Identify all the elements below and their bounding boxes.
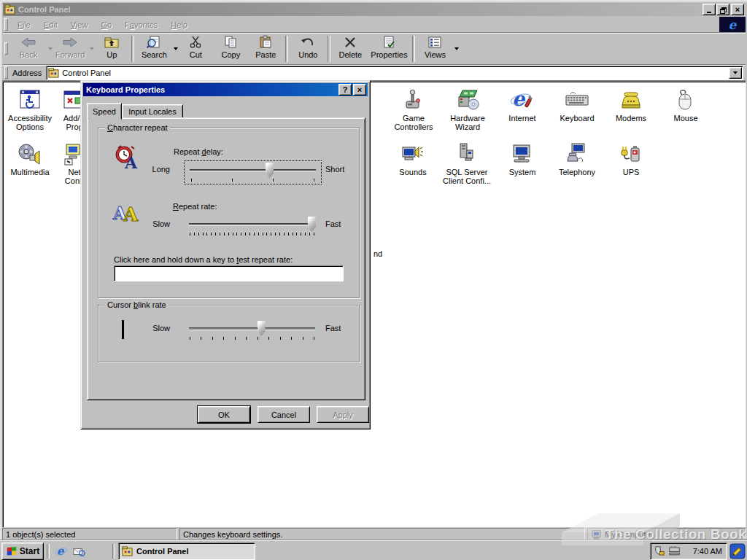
repeat-delay-groove[interactable] (190, 170, 316, 171)
search-button[interactable]: Search (136, 34, 171, 63)
screen: Control Panel × File Edit View Go Favori… (0, 0, 747, 560)
desktop-icon-hardware-wizard[interactable]: HardwareWizard (442, 88, 493, 131)
views-button[interactable]: Views (417, 34, 452, 63)
address-folder-icon (48, 68, 59, 78)
address-dropdown-arrow (733, 71, 738, 74)
menu-go[interactable]: Go (94, 19, 118, 31)
desktop-icon-modems[interactable]: Modems (605, 88, 657, 122)
properties-button[interactable]: Properties (368, 34, 410, 63)
tick (293, 233, 293, 236)
desktop-icon-accessibility-options[interactable]: AccessibilityOptions (4, 88, 55, 131)
tick (279, 233, 280, 236)
desktop-icon-game-controllers[interactable]: GameControllers (388, 88, 439, 131)
minimize-button[interactable] (703, 4, 716, 15)
menu-favorites[interactable]: Favorites (118, 19, 164, 31)
tick (198, 233, 199, 236)
menu-edit[interactable]: Edit (37, 19, 64, 31)
address-input[interactable]: Control Panel (46, 66, 743, 80)
repeat-delay-thumb[interactable] (266, 163, 274, 178)
cursor-blink-slider[interactable] (189, 319, 315, 341)
toolbar-grip[interactable] (4, 42, 8, 55)
tick (249, 233, 250, 236)
tick (224, 233, 225, 236)
tick (314, 337, 314, 340)
delete-button[interactable]: Delete (333, 34, 368, 63)
undo-button[interactable]: Undo (290, 34, 325, 63)
desktop-icon-keyboard[interactable]: Keyboard (551, 88, 603, 122)
test-repeat-input[interactable] (114, 265, 344, 281)
cursor-blink-label: Cursor blink rate (105, 300, 169, 309)
start-button[interactable]: Start (1, 542, 44, 560)
task-button-control-panel[interactable]: Control Panel (118, 542, 255, 560)
tick (235, 337, 236, 340)
menu-help[interactable]: Help (164, 19, 194, 31)
cursor-blink-thumb[interactable] (258, 321, 266, 336)
tab-speed[interactable]: Speed (87, 103, 122, 120)
tray-clock[interactable]: 7:40 AM (693, 547, 722, 556)
window-titlebar: Control Panel × (3, 3, 746, 16)
quicklaunch-ie-icon[interactable]: e (54, 544, 69, 559)
desktop-icon-sounds[interactable]: Sounds (387, 141, 438, 176)
tick (263, 233, 263, 236)
copy-icon (223, 34, 238, 50)
properties-icon (382, 34, 396, 50)
tick (271, 233, 271, 236)
back-button[interactable]: Back (11, 34, 46, 63)
mouse-icon (673, 88, 698, 112)
quicklaunch-outlook-express-icon[interactable] (71, 544, 86, 559)
tick (232, 179, 233, 182)
desktop-icon-system[interactable]: System (497, 141, 548, 176)
cancel-button[interactable]: Cancel (258, 406, 310, 423)
tick (275, 233, 276, 236)
dialog-help-button[interactable]: ? (338, 84, 352, 96)
views-dropdown-arrow[interactable] (454, 47, 459, 50)
repeat-rate-thumb[interactable] (308, 217, 316, 232)
tick (280, 337, 281, 340)
svg-text:e: e (57, 545, 65, 558)
task-control-panel-icon (122, 546, 133, 556)
keyboard-properties-dialog: Keyboard Properties ? × Speed Input Loca… (80, 80, 371, 429)
restore-button[interactable] (716, 4, 729, 15)
up-button[interactable]: Up (94, 34, 129, 63)
cut-button[interactable]: Cut (178, 34, 213, 63)
desktop-icon-telephony[interactable]: Telephony (551, 141, 603, 176)
taskbar-separator (47, 544, 50, 559)
desktop-icon-ups[interactable]: UPS (605, 141, 657, 176)
cursor-blink-groove[interactable] (189, 328, 315, 330)
repeat-rate-slider[interactable] (189, 215, 315, 237)
apply-button[interactable]: Apply (317, 406, 369, 423)
copy-button[interactable]: Copy (213, 34, 248, 63)
close-button[interactable]: × (731, 4, 744, 15)
repeat-rate-groove[interactable] (189, 224, 315, 225)
tick (309, 233, 310, 236)
repeat-delay-slider[interactable] (184, 160, 322, 184)
forward-button[interactable]: Forward (53, 34, 88, 63)
character-repeat-group: Character repeat A Repeat delay: Long Sh… (98, 128, 360, 298)
paste-button[interactable]: Paste (248, 34, 283, 63)
undo-icon (300, 34, 316, 50)
addressbar-grip[interactable] (4, 66, 8, 79)
tick (233, 233, 233, 236)
desktop-icon-internet[interactable]: e Internet (497, 88, 548, 122)
tick (223, 337, 224, 340)
dialog-close-button[interactable]: × (353, 84, 366, 96)
address-dropdown-button[interactable] (729, 67, 742, 79)
menu-view[interactable]: View (64, 19, 95, 31)
accessibility-options-icon (18, 88, 42, 112)
cursor-blink-max-label: Fast (325, 324, 341, 332)
toolbar-separator (328, 36, 330, 62)
desktop-icon-multimedia[interactable]: Multimedia (4, 141, 55, 176)
address-value: Control Panel (62, 69, 111, 77)
repeat-delay-max-label: Short (325, 165, 344, 174)
desktop-icon-mouse[interactable]: Mouse (660, 88, 711, 122)
sql-server-icon (454, 141, 479, 166)
tab-input-locales[interactable]: Input Locales (122, 104, 183, 119)
desktop-icon-sql-server-client[interactable]: SQL ServerClient Confi... (441, 141, 492, 185)
menubar-grip[interactable] (4, 18, 8, 31)
toolbar: Back Forward Up Search (3, 33, 746, 65)
tray-pccard-icon[interactable] (668, 545, 681, 556)
menu-file[interactable]: File (11, 19, 37, 31)
tray-mouse-icon[interactable] (654, 545, 666, 556)
ok-button[interactable]: OK (198, 406, 250, 423)
repeat-delay-ticks (191, 179, 314, 182)
